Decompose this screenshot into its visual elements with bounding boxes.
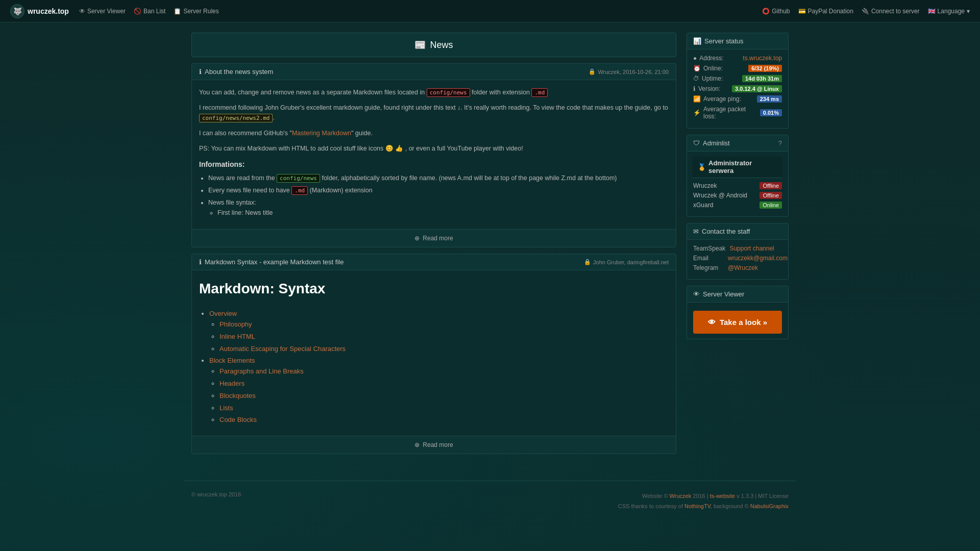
sidebar: 📊 Server status ● Address: ts.wruczek.to… <box>687 33 789 460</box>
footer-ts-website-link[interactable]: ts-website <box>710 493 736 499</box>
contact-teamspeak: TeamSpeak Support channel <box>693 245 782 252</box>
paypal-icon: 💳 <box>798 8 806 15</box>
contact-email: Email wruczekk@gmail.com <box>693 255 782 262</box>
toc-block-sub: Paragraphs and Line Breaks Headers Block… <box>219 366 669 425</box>
news-card-markdown: ℹ Markdown Syntax - example Markdown tes… <box>191 254 676 454</box>
read-more-about[interactable]: ⊕ Read more <box>192 229 676 247</box>
footer-nothingtv-link[interactable]: NothingTV <box>684 503 710 509</box>
contact-body: TeamSpeak Support channel Email wruczekk… <box>687 240 788 279</box>
about-para-4: PS: You can mix Markdown with HTML to ad… <box>199 143 669 154</box>
toc-auto-escape-link[interactable]: Automatic Escaping for Special Character… <box>219 345 346 353</box>
nav-server-viewer[interactable]: 👁 Server Viewer <box>79 8 126 15</box>
brand-link[interactable]: 🐺 wruczek.top <box>10 4 69 18</box>
news-card-markdown-meta: 🔒 John Gruber, daringfireball.net <box>584 259 669 265</box>
markdown-syntax-title: Markdown: Syntax <box>199 278 669 300</box>
adminlist-body: 🏅 Administrator serwera Wruczek Offline … <box>687 152 788 216</box>
mail-icon: ✉ <box>693 228 699 235</box>
plus-icon-2: ⊕ <box>414 441 420 448</box>
stat-address-label: ● Address: <box>693 55 724 62</box>
stat-version: ℹ Version: 3.0.12.4 @ Linux <box>693 85 782 92</box>
server-status-header-left: 📊 Server status <box>693 37 744 45</box>
nav-links: 👁 Server Viewer 🚫 Ban List 📋 Server Rule… <box>79 8 752 15</box>
toc-overview-link[interactable]: Overview <box>209 310 237 317</box>
news-icon: 📰 <box>414 39 426 51</box>
lightning-icon: ⚡ <box>693 109 701 116</box>
packet-loss-badge: 0.01% <box>760 109 782 116</box>
footer-wruczek-link[interactable]: Wruczek <box>670 493 692 499</box>
brand-text: wruczek.top <box>28 7 69 15</box>
code-config-news: config/news <box>427 88 470 97</box>
info-icon: ℹ <box>199 68 202 76</box>
toc-block-elements-link[interactable]: Block Elements <box>209 357 255 364</box>
nav-connect[interactable]: 🔌 Connect to server <box>862 8 920 15</box>
eye-icon-2: 👁 <box>693 290 700 298</box>
toc-headers-link[interactable]: Headers <box>219 380 244 387</box>
toc-blockquotes-link[interactable]: Blockquotes <box>219 392 256 399</box>
contact-telegram-link[interactable]: @Wruczek <box>728 264 758 271</box>
contact-header: ✉ Contact the staff <box>687 223 788 240</box>
contact-email-link[interactable]: wruczekk@gmail.com <box>728 255 788 262</box>
info-bullets: News are read from the config/news folde… <box>208 173 669 218</box>
stat-packet-loss: ⚡ Average packet loss: 0.01% <box>693 106 782 120</box>
footer-right: Website © Wruczek 2016 | ts-website v 1.… <box>618 491 789 512</box>
read-more-markdown[interactable]: ⊕ Read more <box>192 436 676 454</box>
info-icon-s: ℹ <box>693 85 696 92</box>
toc-overview: Overview Philosophy Inline HTML Automati… <box>209 309 669 354</box>
news-card-about-title: ℹ About the news system <box>199 68 273 76</box>
adminlist-header-left: 🛡 Adminlist <box>693 139 730 147</box>
informations-heading: Informations: <box>199 159 669 170</box>
admin-section-title: 🏅 Administrator serwera <box>693 156 782 178</box>
ping-icon: 📶 <box>693 95 701 103</box>
server-viewer-card: 👁 Server Viewer 👁 Take a look » <box>687 286 789 339</box>
footer: © wruczek.top 2016 Website © Wruczek 201… <box>184 481 796 522</box>
footer-nabulsi-link[interactable]: NabulsiGraphix <box>750 503 789 509</box>
clock-icon: ⏰ <box>693 65 701 72</box>
rules-icon: 📋 <box>174 8 181 15</box>
adminlist-header: 🛡 Adminlist ? <box>687 135 788 152</box>
code-md-2: .md <box>291 186 308 195</box>
server-status-header: 📊 Server status <box>687 33 788 49</box>
connect-icon: 🔌 <box>862 8 869 15</box>
nav-paypal[interactable]: 💳 PayPal Donation <box>798 8 853 15</box>
nav-server-rules[interactable]: 📋 Server Rules <box>174 8 218 15</box>
plus-icon: ⊕ <box>414 235 420 242</box>
stat-online: ⏰ Online: 6/32 (19%) <box>693 65 782 72</box>
toc-lists-link[interactable]: Lists <box>219 404 233 412</box>
server-address-link[interactable]: ts.wruczek.top <box>743 55 782 62</box>
flag-icon: 🇬🇧 <box>928 8 936 15</box>
toc-philosophy-link[interactable]: Philosophy <box>219 320 252 328</box>
toc-inline-html-link[interactable]: Inline HTML <box>219 333 255 340</box>
github-icon: ⭕ <box>762 8 770 15</box>
server-viewer-header: 👁 Server Viewer <box>687 286 788 303</box>
about-para-2: I recommend following John Gruber's exce… <box>199 103 669 123</box>
admin-wruczek-android: Wruczek @ Android Offline <box>693 192 782 199</box>
bullet-2: Every news file need to have .md (Markdo… <box>208 185 669 195</box>
news-card-about-meta: 🔒 Wruczek, 2016-10-26, 21:00 <box>589 68 669 75</box>
toc-philosophy: Philosophy <box>219 319 669 330</box>
news-card-about-body: You can add, change and remove news as a… <box>192 80 676 229</box>
stat-ping-label: 📶 Average ping: <box>693 95 741 103</box>
nav-ban-list[interactable]: 🚫 Ban List <box>134 8 165 15</box>
question-icon[interactable]: ? <box>778 139 782 147</box>
toc-headers: Headers <box>219 379 669 389</box>
server-viewer-header-left: 👁 Server Viewer <box>693 290 744 298</box>
server-status-card: 📊 Server status ● Address: ts.wruczek.to… <box>687 33 789 129</box>
toc-paragraphs-link[interactable]: Paragraphs and Line Breaks <box>219 367 304 375</box>
nav-github[interactable]: ⭕ Github <box>762 8 790 15</box>
chart-icon: 📊 <box>693 37 701 45</box>
stat-uptime: ⏱ Uptime: 14d 03h 31m <box>693 75 782 82</box>
stat-packet-loss-label: ⚡ Average packet loss: <box>693 106 760 120</box>
mastering-markdown-link[interactable]: Mastering Markdown <box>292 130 351 137</box>
toc-lists: Lists <box>219 403 669 414</box>
toc-code-blocks-link[interactable]: Code Blocks <box>219 416 257 423</box>
contact-teamspeak-link[interactable]: Support channel <box>729 245 774 252</box>
lock-icon: 🔒 <box>589 68 596 75</box>
ping-badge: 234 ms <box>757 95 782 103</box>
stat-online-label: ⏰ Online: <box>693 65 723 72</box>
nav-language[interactable]: 🇬🇧 Language ▾ <box>928 8 970 15</box>
uptime-badge: 14d 03h 31m <box>742 75 782 82</box>
admin-wruczek: Wruczek Offline <box>693 182 782 189</box>
toc-overview-sub: Philosophy Inline HTML Automatic Escapin… <box>219 319 669 354</box>
take-a-look-button[interactable]: 👁 Take a look » <box>693 311 782 334</box>
user-icon: 🔒 <box>584 259 591 265</box>
